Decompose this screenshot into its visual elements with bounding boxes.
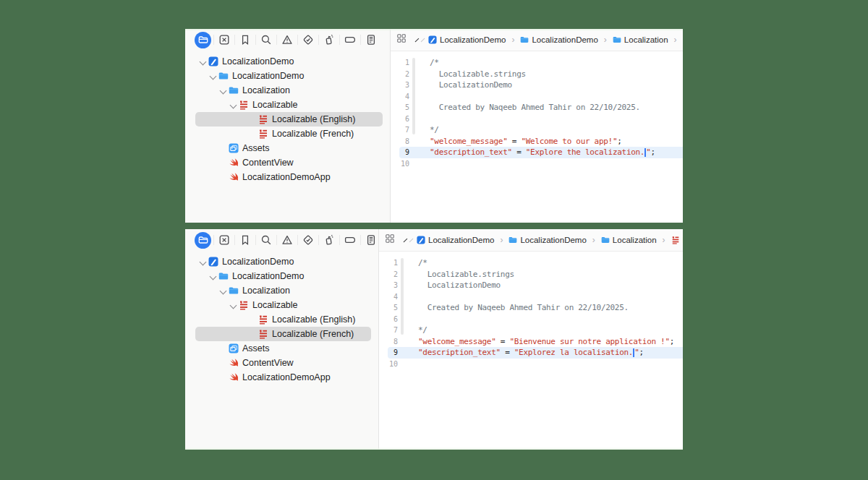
code-line[interactable]: 1/* [379,257,683,269]
chevron-down-icon[interactable] [198,257,208,267]
navigator-tab-debug[interactable] [318,29,339,51]
tree-item-app-file[interactable]: LocalizationDemoApp [185,370,378,385]
code-line[interactable]: 5 Created by Naqeeb Ahmed Tahir on 22/10… [391,102,683,113]
line-number[interactable]: 2 [379,270,398,278]
navigator-tab-breakpoints[interactable] [339,229,360,251]
line-number[interactable]: 6 [379,315,398,323]
back-button[interactable] [404,238,408,242]
line-number[interactable]: 9 [379,348,398,356]
line-number[interactable]: 9 [391,148,409,156]
line-number[interactable]: 8 [379,338,398,346]
line-number[interactable]: 6 [391,115,409,123]
navigator-tab-tests[interactable] [297,29,318,51]
code-line[interactable]: 5 Created by Naqeeb Ahmed Tahir on 22/10… [379,302,683,314]
line-number[interactable]: 1 [379,259,398,267]
code-line[interactable]: 6 [379,314,683,325]
tree-item-assets[interactable]: Assets [185,141,390,155]
breadcrumb-group[interactable]: LocalizationDemo [509,236,586,244]
line-number[interactable]: 8 [391,137,409,145]
forward-button[interactable] [421,38,425,42]
navigator-tab-debug[interactable] [318,229,339,251]
navigator-tab-project[interactable] [192,229,213,251]
tree-item-localizable-french[interactable]: Localizable (French) [185,127,390,141]
tree-item-localizable-french[interactable]: Localizable (French) [195,327,371,341]
line-number[interactable]: 7 [379,326,398,334]
line-number[interactable]: 7 [391,126,409,134]
code-line[interactable]: 7*/ [391,124,683,136]
code-line[interactable]: 8"welcome_message" = "Welcome to our app… [391,136,683,147]
navigator-tab-find[interactable] [255,29,276,51]
navigator-tab-reports[interactable] [360,229,381,251]
tree-item-localizable[interactable]: Localizable [185,298,378,312]
line-number[interactable]: 1 [391,59,409,67]
tree-item-contentview[interactable]: ContentView [185,356,378,370]
tree-item-localizable-english[interactable]: Localizable (English) [195,112,383,127]
tree-item-localization[interactable]: Localization [185,83,390,98]
editor-layout-button[interactable] [385,233,395,247]
tree-item-localizable[interactable]: Localizable [185,98,390,112]
code-line-current[interactable]: 9"description_text" = "Explore the local… [391,147,683,158]
code-line[interactable]: 3 LocalizationDemo [379,280,683,291]
editor-layout-button[interactable] [396,33,407,46]
navigator-tab-source-control[interactable] [213,229,234,251]
code-line[interactable]: 3 LocalizationDemo [391,80,683,91]
code-line[interactable]: 2 Localizable.strings [379,269,683,280]
tree-item-localization[interactable]: Localization [185,283,378,298]
breadcrumb-group[interactable]: LocalizationDemo [520,35,597,44]
line-number[interactable]: 2 [391,70,409,78]
code-line[interactable]: 10 [379,359,683,370]
line-number[interactable]: 4 [391,93,409,100]
navigator-tab-tests[interactable] [297,229,318,251]
code-line[interactable]: 8"welcome_message" = "Bienvenue sur notr… [379,336,683,348]
navigator-tab-reports[interactable] [360,29,381,51]
breadcrumb-folder[interactable]: Localization [613,35,668,44]
line-number[interactable]: 4 [379,293,398,301]
navigator-tab-breakpoints[interactable] [339,29,360,51]
breadcrumb-project[interactable]: LocalizationDemo [417,236,494,244]
code-line[interactable]: 6 [391,113,683,125]
chevron-down-icon[interactable] [229,100,238,110]
navigator-tab-source-control[interactable] [213,29,234,51]
code-line[interactable]: 10 [391,158,683,170]
code-line[interactable]: 1/* [391,57,683,69]
line-number[interactable]: 10 [391,160,409,168]
code-line[interactable]: 7*/ [379,325,683,336]
code-line-current[interactable]: 9"description_text" = "Explorez la local… [379,347,683,359]
line-number[interactable]: 3 [391,81,409,89]
tree-item-localizable-english[interactable]: Localizable (English) [185,312,378,327]
chevron-down-icon[interactable] [229,301,238,310]
breadcrumb-project[interactable]: LocalizationDemo [428,35,506,44]
navigator-tab-project[interactable] [192,29,213,51]
line-number[interactable]: 10 [379,360,398,368]
navigator-tab-find[interactable] [255,229,276,251]
tree-item-project-root[interactable]: LocalizationDemo [185,54,390,69]
back-button[interactable] [415,38,420,42]
code-line[interactable]: 4 [391,91,683,103]
navigator-tab-bookmarks[interactable] [234,229,255,251]
breadcrumb-file[interactable]: Loc [671,236,683,244]
breadcrumb-folder[interactable]: Localization [601,236,657,244]
forward-button[interactable] [409,238,414,242]
code-line[interactable]: 2 Localizable.strings [391,69,683,80]
code-editor[interactable]: 1/* 2 Localizable.strings 3 Localization… [379,252,683,450]
code-line[interactable]: 4 [379,291,683,303]
chevron-down-icon[interactable] [218,86,228,95]
chevron-down-icon[interactable] [208,272,218,281]
tree-item-assets[interactable]: Assets [185,341,378,356]
chevron-down-icon[interactable] [198,57,208,67]
line-number[interactable]: 5 [391,103,409,111]
tree-item-project-root[interactable]: LocalizationDemo [185,254,378,269]
line-number[interactable]: 3 [379,281,398,289]
tree-item-app-file[interactable]: LocalizationDemoApp [185,170,390,184]
navigator-tab-issues[interactable] [276,229,297,251]
line-number[interactable]: 5 [379,304,398,312]
folder-icon [509,236,517,244]
chevron-down-icon[interactable] [208,72,218,81]
tree-item-contentview[interactable]: ContentView [185,155,390,170]
navigator-tab-bookmarks[interactable] [234,29,255,51]
chevron-down-icon[interactable] [218,286,228,296]
tree-item-group[interactable]: LocalizationDemo [185,69,390,83]
navigator-tab-issues[interactable] [276,29,297,51]
code-editor[interactable]: 1/* 2 Localizable.strings 3 Localization… [391,51,683,223]
tree-item-group[interactable]: LocalizationDemo [185,269,378,283]
